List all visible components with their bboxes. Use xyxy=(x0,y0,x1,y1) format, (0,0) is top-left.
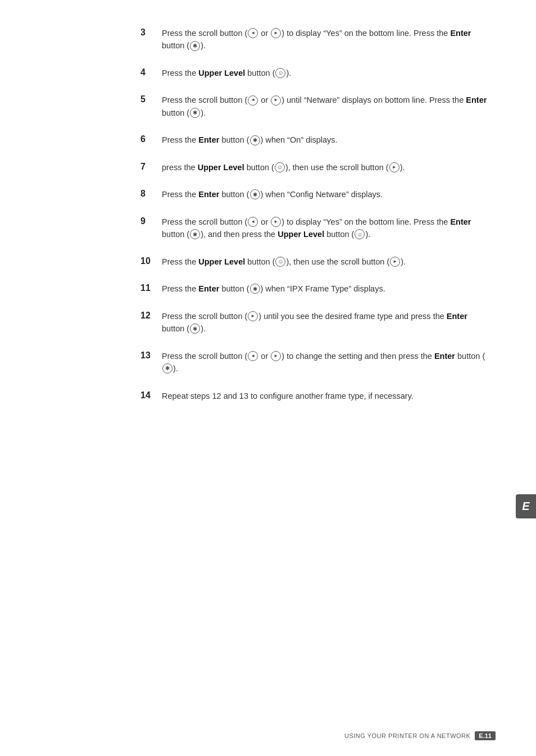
upper-level-icon: ☺ xyxy=(275,257,285,267)
step-text: Press the Enter button (✱) when “Config … xyxy=(162,188,383,201)
step-item: 9Press the scroll button (◄ or ►) to dis… xyxy=(140,216,491,241)
left-arrow-icon: ◄ xyxy=(248,95,258,106)
left-arrow-icon: ◄ xyxy=(248,351,258,361)
step-text: press the Upper Level button (☺), then u… xyxy=(162,161,405,174)
step-list: 3Press the scroll button (◄ or ►) to dis… xyxy=(140,27,491,402)
step-item: 12Press the scroll button (►) until you … xyxy=(140,310,491,335)
step-number: 7 xyxy=(140,161,162,172)
upper-level-icon: ☺ xyxy=(275,68,285,78)
right-arrow-icon: ► xyxy=(271,95,281,106)
enter-icon: ✱ xyxy=(250,284,260,294)
step-number: 12 xyxy=(140,310,162,321)
step-text: Press the Upper Level button (☺), then u… xyxy=(162,256,406,268)
step-number: 4 xyxy=(140,67,162,78)
step-number: 14 xyxy=(140,390,162,400)
left-arrow-icon: ◄ xyxy=(248,217,258,227)
upper-level-icon: ☺ xyxy=(275,162,285,172)
right-arrow-icon: ► xyxy=(271,28,281,38)
step-item: 10Press the Upper Level button (☺), then… xyxy=(140,256,491,268)
footer-badge: E.11 xyxy=(475,731,496,740)
enter-icon: ✱ xyxy=(250,135,260,145)
tab-e: E xyxy=(516,494,536,518)
step-item: 14Repeat steps 12 and 13 to configure an… xyxy=(140,390,491,402)
step-text: Repeat steps 12 and 13 to configure anot… xyxy=(162,390,414,402)
step-item: 11Press the Enter button (✱) when “IPX F… xyxy=(140,283,491,295)
step-text: Press the scroll button (►) until you se… xyxy=(162,310,491,335)
step-item: 6Press the Enter button (✱) when “On” di… xyxy=(140,134,491,146)
step-number: 8 xyxy=(140,188,162,199)
right-arrow-icon: ► xyxy=(271,351,281,361)
step-number: 5 xyxy=(140,94,162,104)
enter-icon: ✱ xyxy=(190,108,200,118)
step-text: Press the scroll button (◄ or ►) to chan… xyxy=(162,350,491,375)
enter-icon: ✱ xyxy=(190,229,200,239)
enter-icon: ✱ xyxy=(162,363,172,374)
enter-icon: ✱ xyxy=(250,189,260,199)
enter-icon: ✱ xyxy=(190,41,200,51)
step-item: 8Press the Enter button (✱) when “Config… xyxy=(140,188,491,201)
step-number: 3 xyxy=(140,27,162,38)
step-item: 4Press the Upper Level button (☺). xyxy=(140,67,491,79)
right-arrow-icon: ► xyxy=(271,217,281,227)
step-text: Press the Enter button (✱) when “On” dis… xyxy=(162,134,338,146)
right-arrow-icon: ► xyxy=(248,311,258,321)
left-arrow-icon: ◄ xyxy=(248,28,258,38)
enter-icon: ✱ xyxy=(190,324,200,334)
step-item: 5Press the scroll button (◄ or ►) until … xyxy=(140,94,491,119)
step-item: 13Press the scroll button (◄ or ►) to ch… xyxy=(140,350,491,375)
step-item: 3Press the scroll button (◄ or ►) to dis… xyxy=(140,27,491,52)
step-item: 7press the Upper Level button (☺), then … xyxy=(140,161,491,174)
step-text: Press the scroll button (◄ or ►) until “… xyxy=(162,94,491,119)
step-number: 6 xyxy=(140,134,162,144)
footer-text: Using Your Printer on a Network xyxy=(344,732,470,739)
step-number: 9 xyxy=(140,216,162,226)
footer: Using Your Printer on a Network E.11 xyxy=(344,731,496,740)
step-number: 11 xyxy=(140,283,162,293)
step-text: Press the scroll button (◄ or ►) to disp… xyxy=(162,27,491,52)
right-arrow-icon: ► xyxy=(389,162,399,172)
upper-level-icon: ☺ xyxy=(355,229,365,239)
step-text: Press the Enter button (✱) when “IPX Fra… xyxy=(162,283,385,295)
page-container: 3Press the scroll button (◄ or ►) to dis… xyxy=(0,0,536,756)
right-arrow-icon: ► xyxy=(390,257,400,267)
step-number: 13 xyxy=(140,350,162,361)
step-text: Press the scroll button (◄ or ►) to disp… xyxy=(162,216,491,241)
step-number: 10 xyxy=(140,256,162,266)
step-text: Press the Upper Level button (☺). xyxy=(162,67,291,79)
